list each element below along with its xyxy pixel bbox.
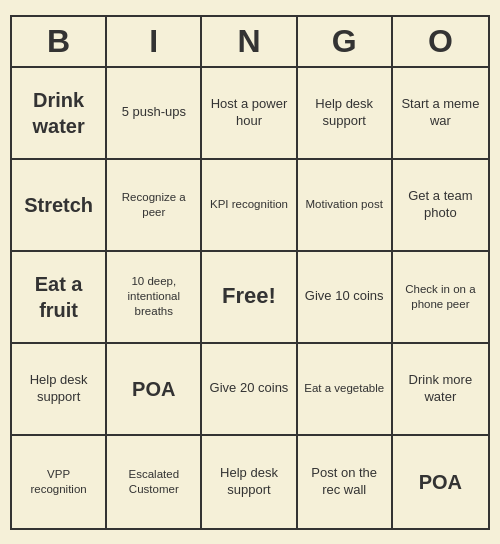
bingo-cell: Give 10 coins [298,252,393,344]
bingo-cell: Help desk support [12,344,107,436]
bingo-cell: Stretch [12,160,107,252]
bingo-cell: Post on the rec wall [298,436,393,528]
bingo-header-letter: N [202,17,297,66]
bingo-cell: Give 20 coins [202,344,297,436]
bingo-cell: Get a team photo [393,160,488,252]
bingo-cell: VPP recognition [12,436,107,528]
bingo-cell: KPI recognition [202,160,297,252]
bingo-cell: Host a power hour [202,68,297,160]
bingo-card: BINGO Drink water5 push-upsHost a power … [10,15,490,530]
bingo-cell: Drink water [12,68,107,160]
bingo-cell: POA [393,436,488,528]
bingo-header-letter: G [298,17,393,66]
bingo-header: BINGO [12,17,488,68]
bingo-cell: Eat a vegetable [298,344,393,436]
bingo-cell: Motivation post [298,160,393,252]
bingo-header-letter: I [107,17,202,66]
bingo-cell: Escalated Customer [107,436,202,528]
bingo-cell: 10 deep, intentional breaths [107,252,202,344]
bingo-cell: Help desk support [202,436,297,528]
bingo-cell: Free! [202,252,297,344]
bingo-grid: Drink water5 push-upsHost a power hourHe… [12,68,488,528]
bingo-cell: Drink more water [393,344,488,436]
bingo-cell: POA [107,344,202,436]
bingo-cell: 5 push-ups [107,68,202,160]
bingo-cell: Help desk support [298,68,393,160]
bingo-cell: Start a meme war [393,68,488,160]
bingo-cell: Eat a fruit [12,252,107,344]
bingo-cell: Recognize a peer [107,160,202,252]
bingo-header-letter: O [393,17,488,66]
bingo-cell: Check in on a phone peer [393,252,488,344]
bingo-header-letter: B [12,17,107,66]
